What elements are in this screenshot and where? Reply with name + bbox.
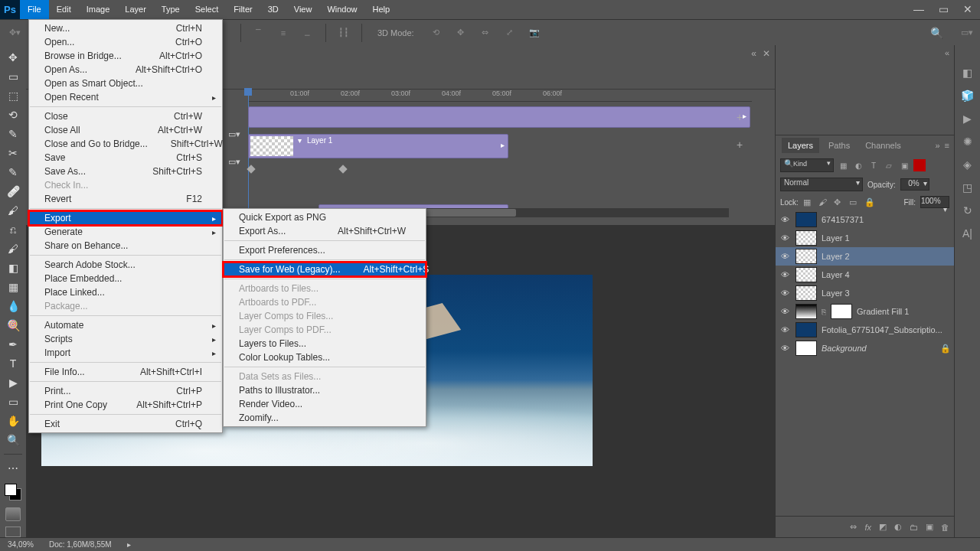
add-media-button[interactable]: +	[733, 111, 746, 123]
layer-group-icon[interactable]: 🗀	[910, 523, 918, 532]
menu-filter[interactable]: Filter	[226, 0, 260, 19]
track-menu-icon[interactable]: ▭▾	[228, 157, 240, 167]
visibility-toggle[interactable]: 👁	[779, 289, 791, 298]
menu-item-open[interactable]: Open...Ctrl+O	[29, 35, 222, 49]
menu-item-layers-to-files[interactable]: Layers to Files...	[224, 337, 426, 350]
opacity-input[interactable]: 0%	[900, 178, 929, 191]
tab-channels[interactable]: Channels	[859, 138, 906, 153]
panel-collapse-icon[interactable]: «	[751, 48, 756, 59]
layer-name[interactable]: Layer 1	[822, 233, 951, 243]
filter-smart-icon[interactable]: ▣	[898, 159, 910, 171]
layer-thumbnail[interactable]	[795, 322, 817, 337]
quick-mask-toggle[interactable]	[5, 507, 21, 521]
timeline-track-area[interactable]: 01:00f02:00f03:00f04:00f05:00f06:00f ▸ +…	[248, 90, 752, 217]
panel-expand-icon[interactable]: «	[776, 45, 954, 60]
minimize-button[interactable]: —	[906, 0, 931, 19]
menu-item-file-info[interactable]: File Info...Alt+Shift+Ctrl+I	[29, 365, 222, 379]
filter-toggle[interactable]	[913, 159, 926, 171]
menu-item-color-lookup-tables[interactable]: Color Lookup Tables...	[224, 350, 426, 364]
menu-item-close[interactable]: CloseCtrl+W	[29, 109, 222, 123]
blend-mode-select[interactable]: Normal	[780, 178, 863, 191]
align-top-icon[interactable]: ⎺	[252, 26, 266, 40]
quick-select-tool[interactable]: ✎	[4, 126, 22, 142]
menu-item-print[interactable]: Print...Ctrl+P	[29, 384, 222, 398]
lock-position-icon[interactable]: ✥	[834, 197, 844, 207]
zoom-tool[interactable]: 🔍	[4, 432, 22, 448]
menu-item-close-all[interactable]: Close AllAlt+Ctrl+W	[29, 123, 222, 137]
lock-all-icon[interactable]: 🔒	[864, 197, 875, 207]
doc-size[interactable]: Doc: 1,60M/8,55M	[49, 540, 112, 549]
layer-row[interactable]: 👁Fotolia_67751047_Subscriptio...	[776, 321, 954, 339]
eyedropper-tool[interactable]: ✎	[4, 164, 22, 181]
path-select-tool[interactable]: ▶	[4, 374, 22, 391]
3d-orbit-icon[interactable]: ⟲	[430, 26, 443, 40]
close-button[interactable]: ✕	[956, 0, 980, 19]
align-bottom-icon[interactable]: ⎽	[301, 26, 315, 40]
healing-tool[interactable]: 🩹	[4, 183, 22, 200]
menu-item-place-linked[interactable]: Place Linked...	[29, 285, 222, 299]
layer-name[interactable]: Background	[822, 344, 936, 353]
3d-camera-icon[interactable]: 📷	[528, 26, 541, 40]
menu-item-paths-to-illustrator[interactable]: Paths to Illustrator...	[224, 383, 426, 397]
crop-tool[interactable]: ✂	[4, 145, 22, 161]
filter-adjust-icon[interactable]: ◐	[852, 159, 864, 171]
layer-thumbnail[interactable]	[795, 230, 817, 246]
tab-layers[interactable]: Layers	[782, 138, 819, 153]
menu-item-save[interactable]: SaveCtrl+S	[29, 151, 222, 165]
menu-3d[interactable]: 3D	[260, 0, 286, 19]
eraser-tool[interactable]: ◧	[4, 259, 22, 276]
layer-row[interactable]: 👁Background🔒	[776, 339, 954, 357]
menu-layer[interactable]: Layer	[117, 0, 154, 19]
menu-item-print-one-copy[interactable]: Print One CopyAlt+Shift+Ctrl+P	[29, 398, 222, 412]
arrange-icon[interactable]: ◧	[962, 67, 972, 79]
menu-item-place-embedded[interactable]: Place Embedded...	[29, 272, 222, 285]
delete-layer-icon[interactable]: 🗑	[941, 523, 949, 532]
track-menu-icon[interactable]: ▭▾	[228, 129, 240, 139]
lock-transparency-icon[interactable]: ▦	[803, 197, 814, 207]
menu-item-scripts[interactable]: Scripts	[29, 332, 222, 346]
lock-artboard-icon[interactable]: ▭	[849, 197, 860, 207]
layers-shortcut-icon[interactable]: ◈	[963, 158, 972, 171]
menu-select[interactable]: Select	[188, 0, 227, 19]
light-icon[interactable]: ✺	[963, 135, 972, 148]
panel-menu-icon[interactable]: ≡	[945, 141, 949, 150]
layer-row[interactable]: 👁674157371	[776, 210, 954, 229]
shape-tool[interactable]: ▭	[4, 393, 22, 410]
menu-item-export-as[interactable]: Export As...Alt+Shift+Ctrl+W	[224, 224, 426, 238]
play-icon[interactable]: ▶	[963, 112, 972, 125]
history-brush-tool[interactable]: 🖌	[4, 240, 22, 257]
video-group-clip[interactable]: ▸	[248, 106, 750, 128]
adjustment-layer-icon[interactable]: ◐	[894, 522, 902, 532]
visibility-toggle[interactable]: 👁	[779, 307, 791, 316]
add-media-button[interactable]: +	[733, 139, 746, 151]
layer-row[interactable]: 👁Layer 1	[776, 229, 954, 247]
timeline-ruler[interactable]: 01:00f02:00f03:00f04:00f05:00f06:00f	[248, 90, 752, 102]
menu-item-open-as-smart-object[interactable]: Open as Smart Object...	[29, 77, 222, 90]
layer-thumbnail[interactable]	[795, 267, 817, 282]
menu-item-new[interactable]: New...Ctrl+N	[29, 21, 222, 35]
link-layers-icon[interactable]: ⇔	[850, 522, 857, 532]
menu-item-automate[interactable]: Automate	[29, 318, 222, 332]
filter-shape-icon[interactable]: ▱	[883, 159, 895, 171]
clone-tool[interactable]: ⎌	[4, 221, 22, 238]
visibility-toggle[interactable]: 👁	[779, 270, 791, 279]
marquee-tool[interactable]: ⬚	[4, 87, 22, 104]
maximize-button[interactable]: ▭	[931, 0, 956, 19]
layer-row[interactable]: 👁⎘Gradient Fill 1	[776, 302, 954, 321]
screen-mode-toggle[interactable]	[5, 527, 21, 537]
layer-name[interactable]: Gradient Fill 1	[857, 307, 951, 316]
keyframe[interactable]	[247, 165, 255, 173]
filter-pixel-icon[interactable]: ▦	[837, 159, 849, 171]
menu-item-save-as[interactable]: Save As...Shift+Ctrl+S	[29, 165, 222, 178]
layer-row[interactable]: 👁Layer 2	[776, 247, 954, 266]
visibility-toggle[interactable]: 👁	[779, 344, 791, 353]
move-tool-preset[interactable]: ✥▾	[8, 26, 21, 40]
menu-item-import[interactable]: Import	[29, 346, 222, 360]
status-arrow-icon[interactable]: ▸	[127, 540, 131, 549]
menu-item-export[interactable]: Export	[29, 211, 222, 225]
align-vcenter-icon[interactable]: ≡	[276, 26, 290, 40]
visibility-toggle[interactable]: 👁	[779, 325, 791, 334]
layer-style-icon[interactable]: fx	[864, 523, 871, 532]
layer-name[interactable]: Fotolia_67751047_Subscriptio...	[822, 325, 951, 334]
new-layer-icon[interactable]: ▣	[926, 522, 933, 532]
